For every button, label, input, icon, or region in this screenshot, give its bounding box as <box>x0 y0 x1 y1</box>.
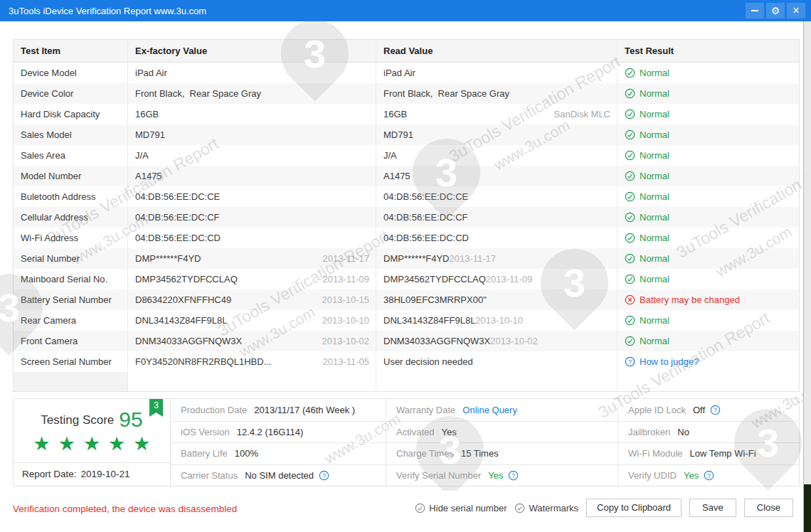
help-icon[interactable]: ? <box>508 470 519 481</box>
table-row: Hard Disk Capacity16GB16GBSanDisk MLCNor… <box>14 104 799 124</box>
summary-value: Yes <box>488 470 503 481</box>
report-date-row: Report Date:2019-10-21 <box>14 462 170 486</box>
minimize-icon <box>751 10 758 11</box>
ex-factory-value-cell: 16GB <box>127 104 376 124</box>
check-circle-icon <box>625 109 635 119</box>
x-circle-icon <box>625 294 635 305</box>
summary-cell: Carrier StatusNo SIM detected? <box>171 464 386 486</box>
summary-cell: Charge Times15 Times <box>386 442 617 464</box>
test-item-cell: Mainboard Serial No. <box>14 269 127 289</box>
ex-factory-value-cell: DMP34562TYDFCCLAQ2013-11-09 <box>127 269 376 289</box>
checkbox-watermarks[interactable]: Watermarks <box>514 503 578 514</box>
table-row: Battery Serial NumberD8634220XFNFFHC4920… <box>14 289 799 310</box>
test-item-cell: Hard Disk Capacity <box>14 104 127 124</box>
check-circle-icon <box>625 68 635 78</box>
read-value-cell: DNL34143Z84FF9L8L2013-10-10 <box>376 310 617 331</box>
ex-factory-value-cell: DMP******F4YD2013-11-17 <box>127 248 376 269</box>
svg-text:?: ? <box>322 472 326 479</box>
table-row: Buletooth Address04:DB:56:EE:DC:CE04:DB:… <box>14 186 799 207</box>
ex-factory-value-cell: DNM34033AGGFNQW3X2013-10-02 <box>127 331 376 351</box>
testing-score-label: Testing Score <box>41 413 114 427</box>
summary-value: No <box>677 427 689 437</box>
close-button[interactable]: × <box>787 3 805 18</box>
summary-cell: Apple ID LockOff? <box>617 399 799 421</box>
close-icon: × <box>793 4 799 17</box>
summary-cell: Production Date2013/11/17 (46th Week ) <box>171 399 386 421</box>
summary-value: 100% <box>235 448 258 459</box>
help-icon[interactable]: ? <box>704 470 714 481</box>
app-window: 3uTools iDevice Verification Report www.… <box>0 0 811 532</box>
test-item-cell: Buletooth Address <box>14 186 127 207</box>
minimize-button[interactable] <box>746 3 764 18</box>
read-value-cell: 16GBSanDisk MLC <box>376 104 617 124</box>
header-read-value: Read Value <box>376 40 617 62</box>
settings-button[interactable]: ⚙ <box>766 3 785 18</box>
summary-value[interactable]: Online Query <box>462 405 517 415</box>
read-value-cell: 04:DB:56:EE:DC:CF <box>376 207 617 228</box>
test-result-cell: Normal <box>617 145 799 166</box>
ex-factory-value-cell: J/A <box>127 145 376 166</box>
check-circle-icon <box>625 253 635 264</box>
save-button[interactable]: Save <box>689 499 736 517</box>
table-row: Wi-Fi Address04:DB:56:EE:DC:CD04:DB:56:E… <box>14 228 799 248</box>
test-item-cell: Front Camera <box>14 331 127 351</box>
test-result-cell: Normal <box>617 269 799 289</box>
svg-text:?: ? <box>628 358 632 366</box>
table-row: Sales ModelMD791MD791Normal <box>14 124 799 145</box>
table-row: Model NumberA1475A1475Normal <box>14 166 799 186</box>
testing-score: Testing Score95 <box>14 408 170 432</box>
test-item-cell: Sales Model <box>14 124 127 145</box>
summary-cell: iOS Version12.4.2 (16G114) <box>171 421 386 443</box>
test-item-cell: Rear Camera <box>14 310 127 331</box>
ex-factory-value-cell: F0Y34520NR8FR2RBQL1HBD...2013-11-05 <box>127 351 376 372</box>
report-date-value: 2019-10-21 <box>81 469 130 479</box>
report-table: Test Item Ex-factory Value Read Value Te… <box>13 39 800 392</box>
read-value-cell: Front Black, Rear Space Gray <box>376 83 617 104</box>
ex-factory-value-cell: D8634220XFNFFHC492013-10-15 <box>127 289 376 310</box>
help-icon[interactable]: ? <box>710 405 721 415</box>
test-result-cell: Normal <box>617 124 799 145</box>
test-item-cell: Wi-Fi Address <box>14 228 127 248</box>
table-row: Device ModeliPad AiriPad AirNormal <box>14 63 799 83</box>
summary-value: 15 Times <box>461 448 499 459</box>
summary-cell: Wi-Fi ModuleLow Temp Wi-Fi <box>617 442 799 464</box>
read-value-cell: MD791 <box>376 124 617 145</box>
test-result-cell: Normal <box>617 166 799 186</box>
test-item-cell: Serial Number <box>14 248 127 269</box>
table-row: Cellular Address04:DB:56:EE:DC:CF04:DB:5… <box>14 207 799 228</box>
summary-cell: JailbrokenNo <box>617 421 799 443</box>
table-row: Screen Serial NumberF0Y34520NR8FR2RBQL1H… <box>14 351 799 372</box>
header-ex-factory-value: Ex-factory Value <box>127 40 376 62</box>
help-icon[interactable]: ? <box>319 470 329 481</box>
table-row: Mainboard Serial No.DMP34562TYDFCCLAQ201… <box>14 269 799 289</box>
check-circle-icon <box>625 171 635 181</box>
table-row: Device ColorFront Black, Rear Space Gray… <box>14 83 799 104</box>
test-result-cell[interactable]: ?How to judge? <box>617 351 799 372</box>
close-button[interactable]: Close <box>744 499 793 517</box>
star-rating: ★★★★★ <box>14 432 170 455</box>
ex-factory-value-cell: Front Black, Rear Space Gray <box>127 83 376 104</box>
device-info-grid: Production Date2013/11/17 (46th Week )Wa… <box>171 399 799 486</box>
check-circle-icon <box>625 274 635 284</box>
checkbox-hide-serial-number[interactable]: Hide serial number <box>415 503 507 514</box>
summary-value: 12.4.2 (16G114) <box>237 427 304 437</box>
read-value-cell: DMP34562TYDFCCLAQ2013-11-09 <box>376 269 617 289</box>
test-result-cell: Normal <box>617 104 799 124</box>
read-value-cell: DNM34033AGGFNQW3X2013-10-02 <box>376 331 617 351</box>
summary-cell: Verify UDIDYes? <box>617 464 799 486</box>
copy-to-clipboard-button[interactable]: Copy to Clipboard <box>586 499 682 517</box>
ex-factory-value-cell: 04:DB:56:EE:DC:CD <box>127 228 376 248</box>
summary-value: Yes <box>684 470 699 481</box>
desktop-sliver-dark <box>804 484 811 532</box>
test-item-cell: Cellular Address <box>14 207 127 228</box>
table-row: Front CameraDNM34033AGGFNQW3X2013-10-02D… <box>14 331 799 351</box>
test-result-cell: Normal <box>617 207 799 228</box>
table-row: Serial NumberDMP******F4YD2013-11-17DMP*… <box>14 248 799 269</box>
test-item-cell: Battery Serial Number <box>14 289 127 310</box>
testing-score-value: 95 <box>119 408 142 431</box>
summary-panel: 3 Testing Score95 ★★★★★ Report Date:2019… <box>13 398 800 486</box>
test-result-cell: Battery may be changed <box>617 289 799 310</box>
window-title: 3uTools iDevice Verification Report www.… <box>9 6 746 16</box>
table-row: Rear CameraDNL34143Z84FF9L8L2013-10-10DN… <box>14 310 799 331</box>
read-value-cell: 38HL09EFC3MRRPX00" <box>376 289 617 310</box>
